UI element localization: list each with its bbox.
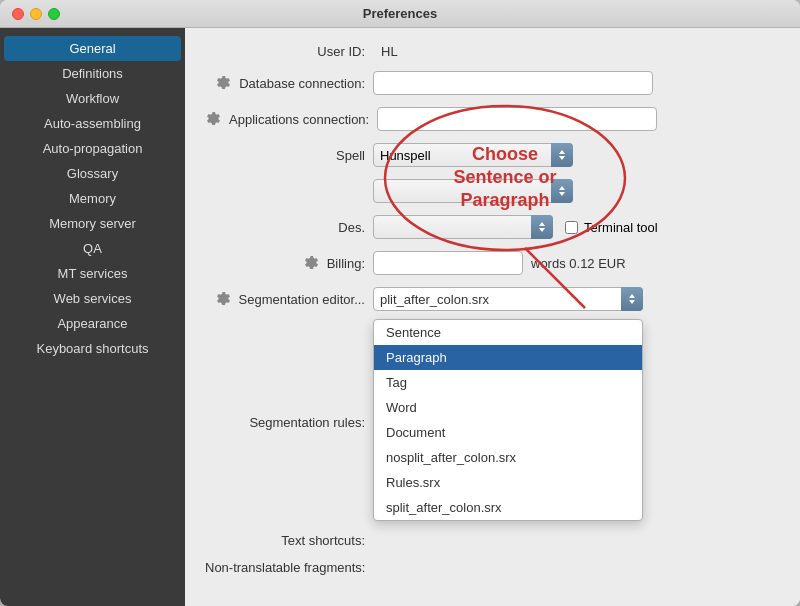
db-connection-row: Database connection:: [205, 71, 780, 95]
row5-select-arrow: [531, 215, 553, 239]
main-content: General Definitions Workflow Auto-assemb…: [0, 28, 800, 606]
row4-select-arrow: [551, 179, 573, 203]
text-shortcuts-label: Text shortcuts:: [205, 533, 365, 548]
content-area: User ID: HL Database connection:: [185, 28, 800, 606]
spell-select-arrow: [551, 143, 573, 167]
terminal-tool-label[interactable]: Terminal tool: [565, 220, 658, 235]
apps-gear-icon[interactable]: [205, 110, 223, 128]
titlebar: Preferences: [0, 0, 800, 28]
dropdown-item-paragraph[interactable]: Paragraph: [374, 345, 642, 370]
seg-editor-select-container: plit_after_colon.srx: [373, 287, 643, 311]
non-translatable-row: Non-translatable fragments:: [205, 560, 780, 575]
dropdown-item-nosplit[interactable]: nosplit_after_colon.srx: [374, 445, 642, 470]
user-id-value: HL: [381, 44, 398, 59]
db-gear-icon[interactable]: [215, 74, 233, 92]
row5-select-container: [373, 215, 553, 239]
spell-select-container: Hunspell: [373, 143, 573, 167]
apps-connection-row: Applications connection:: [205, 107, 780, 131]
sidebar-item-mt-services[interactable]: MT services: [0, 261, 185, 286]
spell-select[interactable]: Hunspell: [373, 143, 573, 167]
sidebar-item-general[interactable]: General: [4, 36, 181, 61]
maximize-button[interactable]: [48, 8, 60, 20]
billing-input[interactable]: [373, 251, 523, 275]
minimize-button[interactable]: [30, 8, 42, 20]
sidebar-item-glossary[interactable]: Glossary: [0, 161, 185, 186]
sidebar-item-auto-propagation[interactable]: Auto-propagation: [0, 136, 185, 161]
db-connection-input[interactable]: [373, 71, 653, 95]
billing-label: Billing:: [327, 256, 365, 271]
non-translatable-label: Non-translatable fragments:: [205, 560, 365, 575]
sidebar-item-auto-assembling[interactable]: Auto-assembling: [0, 111, 185, 136]
row4-select-container: [373, 179, 573, 203]
text-shortcuts-row: Text shortcuts:: [205, 533, 780, 548]
db-connection-label: Database connection:: [239, 76, 365, 91]
sidebar-item-workflow[interactable]: Workflow: [0, 86, 185, 111]
dropdown-item-tag[interactable]: Tag: [374, 370, 642, 395]
sidebar-item-qa[interactable]: QA: [0, 236, 185, 261]
segmentation-dropdown: Sentence Paragraph Tag Word Document nos…: [373, 319, 643, 521]
traffic-lights: [12, 8, 60, 20]
sidebar-item-definitions[interactable]: Definitions: [0, 61, 185, 86]
close-button[interactable]: [12, 8, 24, 20]
sidebar-item-appearance[interactable]: Appearance: [0, 311, 185, 336]
apps-connection-label: Applications connection:: [229, 112, 369, 127]
row5-select[interactable]: [373, 215, 553, 239]
billing-value: words 0.12 EUR: [531, 256, 626, 271]
dropdown-item-split[interactable]: split_after_colon.srx: [374, 495, 642, 520]
user-id-row: User ID: HL: [205, 44, 780, 59]
sidebar-item-memory-server[interactable]: Memory server: [0, 211, 185, 236]
billing-row: Billing: words 0.12 EUR: [205, 251, 780, 275]
segmentation-editor-row: Segmentation editor... plit_after_colon.…: [205, 287, 780, 311]
seg-editor-current[interactable]: plit_after_colon.srx: [373, 287, 643, 311]
terminal-tool-checkbox[interactable]: [565, 221, 578, 234]
row5-label: Des.: [205, 220, 365, 235]
row4-select[interactable]: [373, 179, 573, 203]
row5: Des. Terminal tool: [205, 215, 780, 239]
seg-rules-label: Segmentation rules:: [205, 415, 365, 430]
terminal-tool-text: Terminal tool: [584, 220, 658, 235]
row4: [205, 179, 780, 203]
sidebar: General Definitions Workflow Auto-assemb…: [0, 28, 185, 606]
spell-label: Spell: [205, 148, 365, 163]
apps-connection-input[interactable]: [377, 107, 657, 131]
sidebar-item-web-services[interactable]: Web services: [0, 286, 185, 311]
seg-editor-label: Segmentation editor...: [239, 292, 365, 307]
seg-rules-label-row: Segmentation rules: Sentence Paragraph T…: [205, 323, 780, 521]
dropdown-item-sentence[interactable]: Sentence: [374, 320, 642, 345]
billing-gear-icon[interactable]: [303, 254, 321, 272]
user-id-label: User ID:: [205, 44, 365, 59]
dropdown-item-word[interactable]: Word: [374, 395, 642, 420]
sidebar-item-keyboard-shortcuts[interactable]: Keyboard shortcuts: [0, 336, 185, 361]
window-title: Preferences: [363, 6, 437, 21]
seg-editor-arrow[interactable]: [621, 287, 643, 311]
preferences-window: Preferences General Definitions Workflow…: [0, 0, 800, 606]
seg-editor-gear-icon[interactable]: [215, 290, 233, 308]
spell-row: Spell Hunspell: [205, 143, 780, 167]
dropdown-item-document[interactable]: Document: [374, 420, 642, 445]
dropdown-item-rules[interactable]: Rules.srx: [374, 470, 642, 495]
sidebar-item-memory[interactable]: Memory: [0, 186, 185, 211]
